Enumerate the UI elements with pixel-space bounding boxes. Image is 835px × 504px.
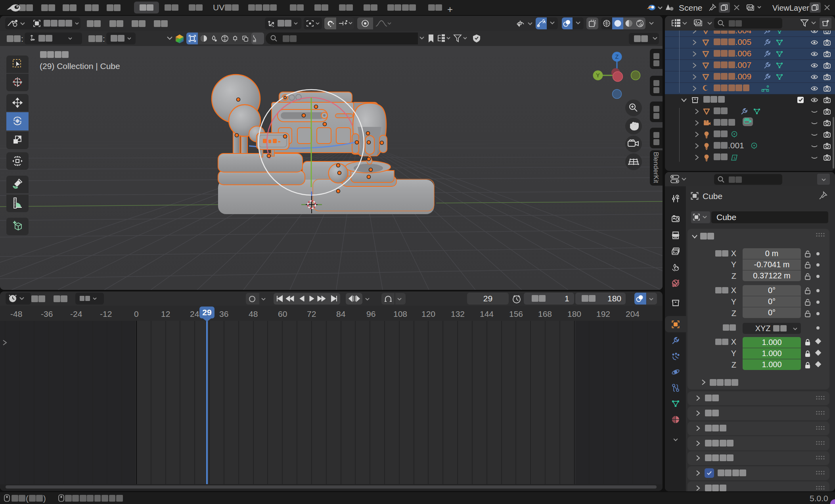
- svg-text:Z: Z: [615, 54, 619, 60]
- svg-text:Y: Y: [596, 72, 600, 79]
